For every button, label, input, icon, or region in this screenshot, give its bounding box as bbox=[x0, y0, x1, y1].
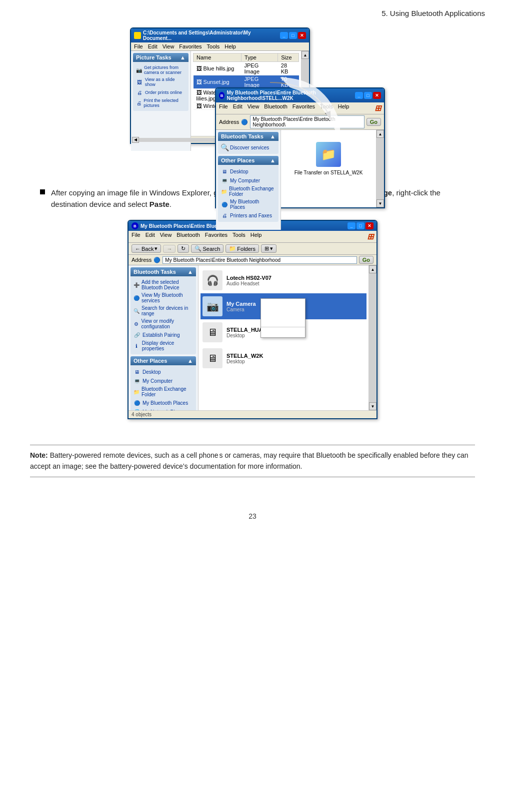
close-btn-2[interactable]: ✕ bbox=[373, 92, 381, 99]
sidebar-view-bt-services[interactable]: 🔵 View My Bluetooth services bbox=[134, 291, 193, 304]
sidebar-my-bt-places-3[interactable]: 🔵 My Bluetooth Places bbox=[134, 398, 193, 407]
menu-file-3[interactable]: File bbox=[132, 232, 140, 241]
sidebar-mycomputer-2[interactable]: 💻 My Computer bbox=[221, 176, 276, 185]
bt-places-icon: 🔵 bbox=[221, 201, 228, 208]
camera-icon: 📷 bbox=[136, 66, 142, 73]
view-button[interactable]: ⊞ ▾ bbox=[261, 244, 276, 253]
menu-help-3[interactable]: Help bbox=[250, 232, 262, 241]
device-icon-stella-w2k: 🖥 bbox=[202, 348, 222, 368]
sidebar-my-bt-places-2[interactable]: 🔵 My Bluetooth Places bbox=[221, 198, 276, 211]
view-icon: ⊞ bbox=[264, 245, 269, 252]
menu-view-1[interactable]: View bbox=[162, 43, 174, 49]
scroll-down-btn-2[interactable]: ▼ bbox=[376, 199, 384, 207]
sidebar-discover[interactable]: 🔍 Discover services bbox=[221, 143, 276, 152]
sidebar-add-device[interactable]: ➕ Add the selected Bluetooth Device bbox=[134, 278, 193, 291]
go-btn-2[interactable]: Go bbox=[366, 118, 381, 126]
other-places-section-2: Other Places ▲ 🖥 Desktop 💻 My Computer bbox=[218, 156, 278, 222]
context-menu: Add Camera Pair Device Paste Properties bbox=[260, 298, 306, 338]
menu-favorites-3[interactable]: Favorites bbox=[205, 232, 228, 241]
maximize-btn-2[interactable]: □ bbox=[364, 92, 372, 99]
sidebar-get-pictures[interactable]: 📷 Get pictures from camera or scanner bbox=[136, 64, 186, 76]
sidebar-bt-exchange-3[interactable]: 📁 Bluetooth Exchange Folder bbox=[134, 385, 193, 398]
desktop-icon-3: 🖥 bbox=[134, 368, 140, 375]
sidebar-mycomputer-3[interactable]: 💻 My Computer bbox=[134, 376, 193, 385]
maximize-btn-1[interactable]: □ bbox=[289, 32, 297, 39]
scroll-down-btn-3[interactable]: ▼ bbox=[369, 402, 376, 410]
window-titlebar-1: C:\Documents and Settings\Administrator\… bbox=[131, 28, 309, 42]
menu-tools-1[interactable]: Tools bbox=[207, 43, 220, 49]
col-size: Size bbox=[278, 53, 299, 62]
context-pair-device[interactable]: Pair Device bbox=[261, 308, 305, 317]
scroll-left-btn[interactable]: ◀ bbox=[132, 137, 139, 143]
sidebar-device-props[interactable]: ℹ Display device properties bbox=[134, 339, 193, 352]
menu-edit-3[interactable]: Edit bbox=[146, 232, 155, 241]
picture-tasks-body: 📷 Get pictures from camera or scanner 🖼 … bbox=[133, 62, 188, 111]
minimize-btn-1[interactable]: _ bbox=[280, 32, 288, 39]
screenshot-2-container: B My Bluetooth Places\Entire Bluetooth N… bbox=[128, 220, 378, 435]
print2-icon: 🖨 bbox=[136, 99, 142, 106]
menu-view-2[interactable]: View bbox=[248, 103, 260, 113]
device-info-camera: My Camera Camera bbox=[226, 301, 256, 312]
refresh-button[interactable]: ↻ bbox=[178, 244, 189, 253]
props-icon: ℹ bbox=[134, 342, 140, 349]
sidebar-slideshow[interactable]: 🖼 View as a slide show bbox=[136, 76, 186, 88]
menu-edit-2[interactable]: Edit bbox=[233, 103, 242, 113]
sidebar-order-prints[interactable]: 🖨 Order prints online bbox=[136, 88, 186, 97]
context-paste[interactable]: Paste bbox=[261, 317, 305, 326]
sidebar-network-places[interactable]: 🌐 My Network Places bbox=[134, 407, 193, 410]
forward-button[interactable]: → bbox=[163, 245, 176, 253]
menu-file-2[interactable]: File bbox=[219, 103, 228, 113]
go-btn-3[interactable]: Go bbox=[359, 256, 374, 264]
context-properties[interactable]: Properties bbox=[261, 328, 305, 337]
menu-tools-3[interactable]: Tools bbox=[232, 232, 246, 241]
minimize-btn-2[interactable]: _ bbox=[355, 92, 363, 99]
menu-favorites-1[interactable]: Favorites bbox=[179, 43, 202, 49]
sidebar-printers-2[interactable]: 🖨 Printers and Faxes bbox=[221, 211, 276, 220]
sidebar-bt-exchange[interactable]: 📁 Bluetooth Exchange Folder bbox=[221, 185, 276, 198]
device-type-stella-w2k: Desktop bbox=[226, 359, 263, 364]
menu-bluetooth-3[interactable]: Bluetooth bbox=[176, 232, 200, 241]
printer-icon-2: 🖨 bbox=[221, 212, 228, 219]
view-dropdown-icon[interactable]: ▾ bbox=[270, 245, 273, 252]
device-icon-stella-huang: 🖥 bbox=[202, 322, 222, 342]
scrollbar-3[interactable]: ▲ ▼ bbox=[368, 265, 376, 410]
bt-tasks-body: 🔍 Discover services bbox=[218, 141, 278, 154]
sidebar-desktop-2[interactable]: 🖥 Desktop bbox=[221, 167, 276, 176]
sidebar-search-devices[interactable]: 🔍 Search for devices in range bbox=[134, 304, 193, 317]
other-places-header-3: Other Places ▲ bbox=[130, 356, 196, 365]
sidebar-desktop-3[interactable]: 🖥 Desktop bbox=[134, 367, 193, 376]
address-label: Address bbox=[219, 119, 239, 125]
menu-edit-1[interactable]: Edit bbox=[148, 43, 158, 49]
device-item-stella-w2k[interactable]: 🖥 STELLA_W2K Desktop bbox=[200, 345, 366, 371]
close-btn-1[interactable]: ✕ bbox=[298, 32, 306, 39]
menu-view-3[interactable]: View bbox=[160, 232, 172, 241]
desktop-icon: 🖥 bbox=[221, 168, 228, 175]
back-dropdown-icon[interactable]: ▾ bbox=[154, 245, 158, 252]
col-name: Name bbox=[194, 53, 242, 62]
back-button[interactable]: ← Back ▾ bbox=[132, 244, 161, 253]
maximize-btn-3[interactable]: □ bbox=[356, 222, 364, 229]
scroll-up-btn-3[interactable]: ▲ bbox=[369, 265, 376, 273]
add-device-icon: ➕ bbox=[134, 281, 140, 288]
sidebar-view-config[interactable]: ⚙ View or modify configuration bbox=[134, 317, 193, 330]
other-places-section-3: Other Places ▲ 🖥 Desktop 💻 My Computer bbox=[130, 356, 196, 410]
sidebar-establish-pairing[interactable]: 🔗 Establish Pairing bbox=[134, 330, 193, 339]
device-item-camera[interactable]: 📷 My Camera Camera Add Camera Pair Devic… bbox=[200, 293, 366, 319]
picture-tasks-header: Picture Tasks ▲ bbox=[133, 53, 188, 62]
scroll-up-btn[interactable]: ▲ bbox=[302, 51, 309, 59]
device-item-lotech[interactable]: 🎧 Lotech HS02-V07 Audio Headset bbox=[200, 267, 366, 293]
address-input-3[interactable]: My Bluetooth Places\Entire Bluetooth Nei… bbox=[162, 256, 356, 264]
menu-help-1[interactable]: Help bbox=[224, 43, 236, 49]
sidebar-print-pictures[interactable]: 🖨 Print the selected pictures bbox=[136, 97, 186, 109]
folders-button[interactable]: 📁 Folders bbox=[226, 244, 259, 253]
context-add-camera[interactable]: Add Camera bbox=[261, 299, 305, 308]
folder-icon bbox=[134, 32, 141, 39]
menu-file-1[interactable]: File bbox=[134, 43, 143, 49]
page-header: 5. Using Bluetooth Applications bbox=[0, 0, 505, 22]
slideshow-icon: 🖼 bbox=[136, 78, 143, 85]
scroll-up-btn-2[interactable]: ▲ bbox=[376, 130, 384, 138]
minimize-btn-3[interactable]: _ bbox=[348, 222, 356, 229]
close-btn-3[interactable]: ✕ bbox=[366, 222, 374, 229]
search-button[interactable]: 🔍 Search bbox=[191, 244, 224, 253]
scrollbar-2[interactable]: ▲ ▼ bbox=[376, 130, 384, 207]
